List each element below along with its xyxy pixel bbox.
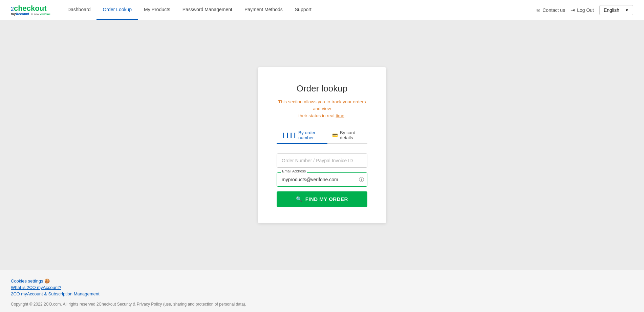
contact-icon: ✉ — [536, 7, 540, 13]
language-label: English — [604, 7, 619, 13]
lookup-tabs: ❙❙❙❙ By order number 💳 By card details — [277, 127, 367, 144]
email-wrapper: Email Address ⓘ — [277, 172, 367, 187]
nav-item-my-products[interactable]: My Products — [138, 0, 176, 20]
main-content: Order lookup This section allows you to … — [0, 20, 644, 270]
tab-card-details-label: By card details — [340, 130, 363, 140]
find-my-order-button[interactable]: 🔍 FIND MY ORDER — [277, 191, 367, 207]
logout-icon: ⇥ — [571, 7, 575, 13]
header-right: ✉ Contact us ⇥ Log Out English ▼ — [536, 5, 633, 15]
tab-by-card-details[interactable]: 💳 By card details — [327, 127, 367, 144]
cookie-icon: 🍪 — [44, 278, 50, 284]
logo-text-checkout: checkout — [14, 4, 47, 13]
contact-us-button[interactable]: ✉ Contact us — [536, 7, 565, 13]
cookies-settings-link[interactable]: Cookies settings 🍪 — [11, 278, 633, 284]
nav-item-dashboard[interactable]: Dashboard — [61, 0, 97, 20]
what-is-2co-link[interactable]: What is 2CO myAccount? — [11, 285, 633, 290]
footer-link-2co-label: What is 2CO myAccount? — [11, 285, 61, 290]
order-number-group — [277, 153, 367, 168]
logout-button[interactable]: ⇥ Log Out — [571, 7, 594, 13]
search-icon: 🔍 — [296, 196, 303, 202]
tab-order-number-label: By order number — [298, 130, 323, 140]
card-icon: 💳 — [332, 132, 338, 138]
chevron-down-icon: ▼ — [625, 8, 629, 12]
find-button-label: FIND MY ORDER — [305, 196, 348, 202]
card-title: Order lookup — [277, 83, 367, 94]
footer-link-cookies-label: Cookies settings — [11, 278, 43, 284]
order-lookup-card: Order lookup This section allows you to … — [258, 67, 386, 223]
logo-myaccount: myAccount — [11, 12, 29, 16]
footer: Cookies settings 🍪 What is 2CO myAccount… — [0, 270, 644, 312]
main-nav: Dashboard Order Lookup My Products Passw… — [61, 0, 536, 20]
nav-item-payment-methods[interactable]: Payment Methods — [238, 0, 289, 20]
logout-label: Log Out — [577, 7, 594, 13]
barcode-icon: ❙❙❙❙ — [281, 132, 296, 138]
language-selector[interactable]: English ▼ — [599, 5, 633, 15]
tab-by-order-number[interactable]: ❙❙❙❙ By order number — [277, 127, 327, 144]
footer-copyright: Copyright © 2022 2CO.com. All rights res… — [11, 302, 633, 307]
nav-item-support[interactable]: Support — [289, 0, 318, 20]
footer-link-subscription-label: 2CO myAccount & Subscription Management — [11, 291, 100, 296]
card-subtitle: This section allows you to track your or… — [277, 99, 367, 119]
header: 2 checkout myAccount is now Verifone Das… — [0, 0, 644, 20]
footer-links: Cookies settings 🍪 What is 2CO myAccount… — [11, 278, 633, 296]
logo-verifone: is now Verifone — [31, 13, 50, 16]
email-input[interactable] — [277, 172, 367, 187]
nav-item-order-lookup[interactable]: Order Lookup — [96, 0, 138, 20]
nav-item-password-management[interactable]: Password Management — [176, 0, 238, 20]
logo[interactable]: 2 checkout myAccount is now Verifone — [11, 4, 50, 16]
email-group: Email Address ⓘ — [277, 172, 367, 187]
logo-text-2: 2 — [11, 6, 14, 12]
email-label: Email Address — [281, 169, 307, 173]
help-icon[interactable]: ⓘ — [359, 176, 364, 183]
order-number-input[interactable] — [277, 153, 367, 168]
contact-label: Contact us — [542, 7, 565, 13]
subscription-management-link[interactable]: 2CO myAccount & Subscription Management — [11, 291, 633, 296]
